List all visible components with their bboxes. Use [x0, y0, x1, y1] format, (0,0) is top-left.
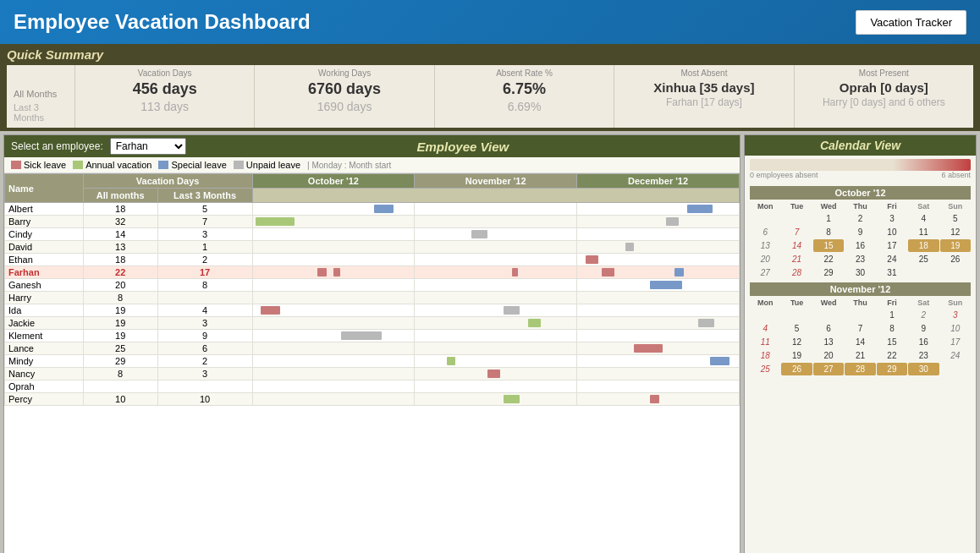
cal-day-cell[interactable]: 12	[781, 336, 812, 348]
cal-day-cell[interactable]: 8	[813, 226, 844, 238]
table-row[interactable]: Mindy 29 2	[5, 355, 740, 368]
cal-day-cell[interactable]: 3	[877, 212, 907, 225]
table-row[interactable]: Nancy 8 3	[5, 368, 740, 381]
cal-day-cell[interactable]: 12	[940, 226, 971, 238]
table-row[interactable]: Jackie 19 3	[5, 317, 740, 330]
cal-day-cell[interactable]: 3	[940, 309, 971, 321]
table-row[interactable]: Klement 19 9	[5, 330, 740, 342]
cal-day-cell[interactable]: 13	[813, 336, 844, 348]
cal-day-cell[interactable]: 16	[845, 239, 875, 252]
calendar-month: November '12MonTueWedThuFriSatSun1234567…	[750, 282, 971, 375]
cal-day-cell[interactable]: 27	[813, 363, 844, 375]
cal-day-cell[interactable]: 15	[877, 336, 907, 348]
cal-day-cell[interactable]: 9	[908, 322, 939, 335]
table-row[interactable]: Barry 32 7	[5, 216, 740, 228]
table-row[interactable]: Lance 25 6	[5, 342, 740, 355]
table-row[interactable]: Cindy 14 3	[5, 228, 740, 241]
cal-day-cell[interactable]: 6	[750, 226, 780, 238]
cal-day-cell[interactable]: 4	[908, 212, 939, 225]
cal-day-cell[interactable]: 2	[845, 212, 875, 225]
cal-day-cell[interactable]: 14	[845, 336, 875, 348]
cal-day-cell[interactable]: 8	[877, 322, 907, 335]
cal-day-cell[interactable]: 4	[750, 322, 780, 335]
cal-day-cell[interactable]: 9	[845, 226, 875, 238]
cal-day-cell[interactable]: 18	[750, 349, 780, 362]
cal-day-cell[interactable]: 1	[877, 309, 907, 321]
all-months-label: All Months	[14, 87, 68, 101]
cal-day-cell[interactable]: 23	[845, 253, 875, 266]
cal-day-cell[interactable]: 30	[845, 266, 875, 279]
table-row[interactable]: Ida 19 4	[5, 304, 740, 317]
cal-day-cell[interactable]: 24	[877, 253, 907, 266]
cal-day-cell[interactable]: 13	[750, 239, 780, 252]
cal-day-cell[interactable]: 11	[908, 226, 939, 238]
cal-day-cell[interactable]: 2	[908, 309, 939, 321]
cal-day-cell[interactable]: 22	[813, 253, 844, 266]
cal-day-cell[interactable]: 21	[781, 253, 812, 266]
gantt-cell-0	[252, 266, 415, 279]
cal-day-cell[interactable]: 6	[813, 322, 844, 335]
emp-name: Mindy	[5, 355, 84, 368]
cal-grid: MonTueWedThuFriSatSun1234567891011121314…	[750, 201, 971, 279]
cal-grid: MonTueWedThuFriSatSun1234567891011121314…	[750, 298, 971, 375]
employee-table-container[interactable]: Name Vacation Days October '12 November …	[4, 173, 740, 553]
cal-day-cell[interactable]: 17	[940, 336, 971, 348]
cal-day-cell[interactable]: 10	[877, 226, 907, 238]
cal-day-cell[interactable]: 18	[908, 239, 939, 252]
cal-day-cell[interactable]: 31	[877, 266, 907, 279]
cal-day-cell[interactable]: 14	[781, 239, 812, 252]
cal-day-cell[interactable]: 26	[781, 363, 812, 375]
cal-day-cell[interactable]: 21	[845, 349, 875, 362]
nov-header: November '12	[415, 174, 577, 189]
cal-day-cell[interactable]: 24	[940, 349, 971, 362]
cal-day-cell[interactable]: 29	[813, 266, 844, 279]
table-row[interactable]: Percy 10 10	[5, 393, 740, 406]
cal-day-cell[interactable]: 25	[750, 363, 780, 375]
cal-day-cell[interactable]: 7	[845, 322, 875, 335]
cal-day-cell[interactable]: 20	[750, 253, 780, 266]
cal-day-cell[interactable]: 5	[940, 212, 971, 225]
cal-day-cell[interactable]: 28	[781, 266, 812, 279]
cal-day-cell[interactable]: 16	[908, 336, 939, 348]
cal-day-cell[interactable]: 30	[908, 363, 939, 375]
cal-day-cell[interactable]: 26	[940, 253, 971, 266]
all-months-col-header: All months	[83, 189, 157, 203]
table-row[interactable]: Ganesh 20 8	[5, 279, 740, 292]
cal-day-cell[interactable]: 22	[877, 349, 907, 362]
cal-day-cell[interactable]: 10	[940, 322, 971, 335]
page-title: Employee Vacation Dashboard	[14, 10, 311, 34]
employee-select[interactable]: Farhan	[110, 138, 186, 155]
cal-day-cell[interactable]: 29	[877, 363, 907, 375]
table-row[interactable]: Farhan 22 17	[5, 266, 740, 279]
cal-day-cell[interactable]: 19	[940, 239, 971, 252]
emp-last3: 3	[157, 317, 252, 330]
cal-header-cell: Wed	[813, 298, 844, 308]
cal-day-cell[interactable]: 5	[781, 322, 812, 335]
gantt-cell-2	[577, 279, 740, 292]
table-row[interactable]: Ethan 18 2	[5, 254, 740, 266]
cal-day-cell[interactable]: 1	[813, 212, 844, 225]
calendar-month: October '12MonTueWedThuFriSatSun12345678…	[750, 186, 971, 279]
emp-name: Albert	[5, 203, 84, 216]
cal-day-cell[interactable]: 15	[813, 239, 844, 252]
bar-special	[650, 281, 682, 289]
cal-day-cell[interactable]: 11	[750, 336, 780, 348]
legend-separator: | Monday : Month start	[307, 161, 391, 170]
table-row[interactable]: David 13 1	[5, 241, 740, 254]
table-row[interactable]: Harry 8	[5, 292, 740, 304]
table-row[interactable]: Oprah	[5, 381, 740, 393]
cal-day-cell[interactable]: 20	[813, 349, 844, 362]
cal-day-cell[interactable]: 27	[750, 266, 780, 279]
cal-day-cell[interactable]: 23	[908, 349, 939, 362]
cal-day-cell[interactable]: 28	[845, 363, 875, 375]
bar-unpaid	[698, 319, 714, 327]
cal-day-cell[interactable]: 25	[908, 253, 939, 266]
cal-day-cell[interactable]: 17	[877, 239, 907, 252]
vacation-tracker-button[interactable]: Vacation Tracker	[856, 10, 966, 35]
cal-day-cell[interactable]: 7	[781, 226, 812, 238]
cal-day-cell[interactable]: 19	[781, 349, 812, 362]
emp-last3: 2	[157, 254, 252, 266]
table-row[interactable]: Albert 18 5	[5, 203, 740, 216]
vacation-days-header: Vacation Days	[83, 174, 252, 189]
emp-all-months: 22	[83, 266, 157, 279]
